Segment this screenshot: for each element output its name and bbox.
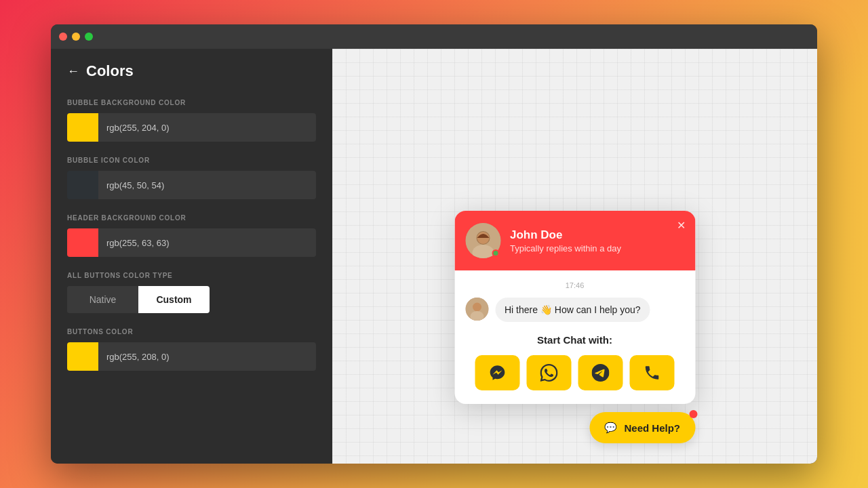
buttons-color-value: rgb(255, 208, 0) — [98, 342, 316, 371]
sidebar-title: Colors — [86, 62, 134, 80]
notification-dot — [689, 410, 697, 418]
bubble-bg-color-row: rgb(255, 204, 0) — [67, 113, 316, 142]
message-avatar-svg — [465, 298, 488, 321]
chat-body: 17:46 Hi there 👋 How can I help you? — [454, 270, 695, 404]
telegram-button[interactable] — [578, 355, 623, 390]
buttons-color-label: BUTTONS COLOR — [67, 328, 316, 336]
buttons-type-label: ALL BUTTONS COLOR TYPE — [67, 272, 316, 279]
back-button[interactable]: ← — [67, 64, 79, 79]
chat-popup: ✕ — [454, 211, 695, 404]
avatar-wrap — [465, 223, 500, 258]
maximize-dot[interactable] — [85, 33, 93, 41]
bubble-icon-section: BUBBLE ICON COLOR rgb(45, 50, 54) — [67, 157, 316, 199]
app-window: ← Colors BUBBLE BACKGROUND COLOR rgb(255… — [51, 24, 817, 464]
bubble-icon-value: rgb(45, 50, 54) — [98, 171, 316, 199]
buttons-color-swatch[interactable] — [67, 342, 98, 371]
chat-header-info: John Doe Typically replies within a day — [510, 228, 621, 253]
chat-agent-name: John Doe — [510, 228, 621, 242]
sidebar-header: ← Colors — [67, 62, 316, 80]
bubble-icon-color-row: rgb(45, 50, 54) — [67, 171, 316, 199]
chat-agent-status: Typically replies within a day — [510, 243, 621, 253]
chat-close-button[interactable]: ✕ — [677, 219, 686, 232]
bubble-bg-section: BUBBLE BACKGROUND COLOR rgb(255, 204, 0) — [67, 99, 316, 142]
chat-header: ✕ — [454, 211, 695, 270]
whatsapp-button[interactable] — [527, 355, 572, 390]
svg-point-5 — [473, 303, 481, 312]
chat-message: Hi there 👋 How can I help you? — [465, 298, 684, 322]
header-bg-label: HEADER BACKGROUND COLOR — [67, 214, 316, 222]
close-dot[interactable] — [59, 33, 67, 41]
titlebar — [51, 24, 817, 49]
chat-widget-container: ✕ — [454, 211, 695, 443]
preview-area: ✕ — [332, 49, 817, 464]
bubble-bg-label: BUBBLE BACKGROUND COLOR — [67, 99, 316, 106]
sidebar: ← Colors BUBBLE BACKGROUND COLOR rgb(255… — [51, 49, 332, 464]
toggle-group: Native Custom — [67, 286, 210, 313]
bubble-icon-swatch[interactable] — [67, 171, 98, 199]
header-bg-section: HEADER BACKGROUND COLOR rgb(255, 63, 63) — [67, 214, 316, 257]
buttons-type-section: ALL BUTTONS COLOR TYPE Native Custom — [67, 272, 316, 313]
bubble-icon-label: BUBBLE ICON COLOR — [67, 157, 316, 164]
bubble-bg-swatch[interactable] — [67, 113, 98, 142]
online-indicator — [492, 249, 499, 257]
header-bg-color-row: rgb(255, 63, 63) — [67, 228, 316, 257]
message-bubble: Hi there 👋 How can I help you? — [495, 298, 650, 322]
content-area: ← Colors BUBBLE BACKGROUND COLOR rgb(255… — [51, 49, 817, 464]
need-help-label: Need Help? — [624, 422, 680, 434]
chat-icon: 💬 — [604, 422, 617, 434]
phone-button[interactable] — [630, 355, 675, 390]
chat-buttons — [465, 355, 684, 390]
minimize-dot[interactable] — [72, 33, 80, 41]
start-chat-label: Start Chat with: — [465, 334, 684, 346]
chat-time: 17:46 — [465, 281, 684, 289]
header-bg-value: rgb(255, 63, 63) — [98, 228, 316, 257]
header-bg-swatch[interactable] — [67, 228, 98, 257]
message-avatar — [465, 298, 488, 321]
custom-toggle[interactable]: Custom — [138, 286, 210, 313]
messenger-button[interactable] — [475, 355, 520, 390]
native-toggle[interactable]: Native — [67, 286, 138, 313]
buttons-color-section: BUTTONS COLOR rgb(255, 208, 0) — [67, 328, 316, 371]
need-help-button[interactable]: 💬 Need Help? — [589, 412, 695, 443]
buttons-color-row: rgb(255, 208, 0) — [67, 342, 316, 371]
bubble-bg-value: rgb(255, 204, 0) — [98, 113, 316, 142]
